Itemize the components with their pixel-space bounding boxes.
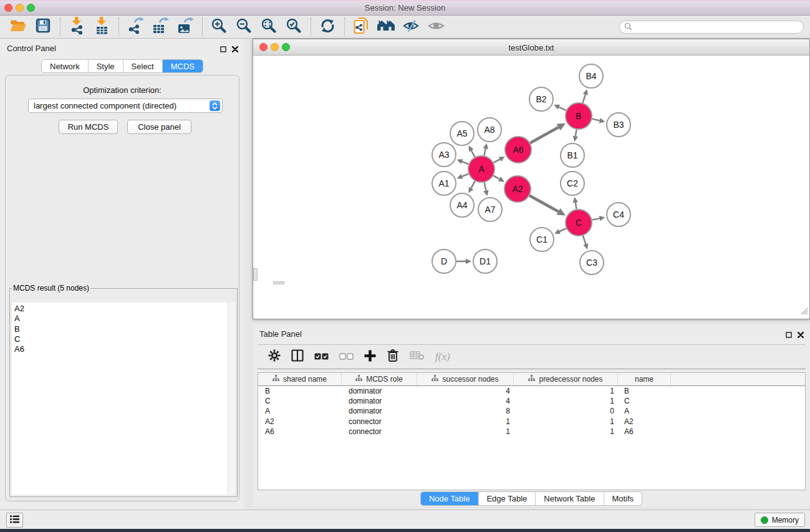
graph-node-D1[interactable]: D1 [473,249,497,273]
delete-column-button[interactable] [387,349,399,365]
graph-node-B[interactable]: B [566,103,592,129]
tab-network-table[interactable]: Network Table [535,492,603,505]
import-table-button[interactable] [91,17,112,37]
tab-network[interactable]: Network [42,60,88,72]
horizontal-splitter-handle[interactable] [273,281,284,284]
save-session-button[interactable] [32,17,54,37]
export-network-button[interactable] [125,17,146,37]
graph-edge-A-A1[interactable] [462,174,469,177]
graph-edge-A-A7[interactable] [485,183,486,191]
export-table-button[interactable] [150,17,171,37]
graph-edge-A-A5[interactable] [471,150,475,157]
graph-node-A3[interactable]: A3 [432,143,456,167]
zoom-in-button[interactable] [208,17,229,37]
column-header-successor-nodes[interactable]: successor nodes [417,373,514,385]
search-input[interactable] [635,23,803,32]
run-mcds-button[interactable]: Run MCDS [59,120,118,134]
network-canvas[interactable]: B4B2BB3A8A5A6B1A3AC2A1A2A4A7C4CC1C3DD1 [254,56,809,318]
graph-node-C1[interactable]: C1 [530,228,554,251]
list-item[interactable]: C [12,334,235,344]
graph-edge-B-B2[interactable] [559,107,566,110]
graph-edge-C-C3[interactable] [583,236,586,244]
graph-edge-C-C4[interactable] [592,218,600,220]
graph-node-C4[interactable]: C4 [607,203,630,226]
show-column-button[interactable] [291,349,304,364]
graph-node-C[interactable]: C [566,210,592,236]
close-panel-icon[interactable] [232,44,238,55]
table-row[interactable]: A6connector11A6 [258,427,805,437]
zoom-out-button[interactable] [233,17,254,37]
import-network-button[interactable] [66,17,87,37]
table-row[interactable]: Adominator80A [258,406,805,416]
network-window-titlebar[interactable]: testGlobe.txt [253,39,809,56]
select-all-button[interactable] [314,351,329,362]
list-item[interactable]: A6 [12,344,235,354]
show-hide-button[interactable] [425,17,446,37]
zoom-fit-button[interactable] [258,17,279,37]
column-header-predecessor-nodes[interactable]: predecessor nodes [514,373,618,385]
tab-edge-table[interactable]: Edge Table [478,492,535,505]
graph-node-B3[interactable]: B3 [607,113,630,137]
graph-edge-A-A3[interactable] [462,162,469,164]
tab-select[interactable]: Select [123,60,162,72]
graph-node-A1[interactable]: A1 [432,172,456,195]
close-panel-button[interactable]: Close panel [127,120,191,134]
graph-node-A[interactable]: A [468,156,494,182]
graph-edge-A6-B[interactable] [530,127,558,143]
column-header-name[interactable]: name [618,373,671,385]
criterion-select[interactable]: largest connected component (directed) [28,99,223,113]
open-session-button[interactable] [7,17,29,37]
tab-mcds[interactable]: MCDS [162,60,203,72]
table-settings-button[interactable] [268,349,281,364]
graph-node-A8[interactable]: A8 [478,118,501,142]
search-field[interactable] [619,21,804,34]
toggle-graphics-details-button[interactable] [400,17,422,37]
tab-motifs[interactable]: Motifs [603,492,642,505]
column-header-shared-name[interactable]: shared name [258,373,342,385]
tab-style[interactable]: Style [88,60,123,72]
list-item[interactable]: A2 [12,304,235,314]
graph-edge-A-A6[interactable] [493,159,499,162]
graph-edge-A-A8[interactable] [484,148,485,155]
graph-node-A6[interactable]: A6 [505,137,531,163]
list-item[interactable]: B [12,324,235,334]
graph-edge-C-C2[interactable] [576,203,577,210]
graph-edge-B-B3[interactable] [592,119,599,121]
memory-button[interactable]: Memory [755,513,805,527]
graph-node-B2[interactable]: B2 [529,87,553,111]
float-panel-icon[interactable] [220,44,226,55]
create-column-button[interactable] [364,350,376,364]
column-header-mcds-role[interactable]: MCDS role [342,373,417,385]
delete-table-button[interactable] [410,351,425,363]
graph-node-B4[interactable]: B4 [579,64,603,88]
home-layout-button[interactable] [375,17,397,37]
table-row[interactable]: Cdominator41C [258,396,805,406]
graph-node-A7[interactable]: A7 [478,198,502,221]
graph-node-A5[interactable]: A5 [450,122,474,145]
graph-node-A4[interactable]: A4 [450,193,474,217]
zoom-selected-button[interactable] [283,17,304,37]
close-panel-icon[interactable] [798,329,804,341]
export-image-button[interactable] [175,17,196,37]
graph-edge-B-B4[interactable] [583,95,586,103]
unselect-all-button[interactable] [339,351,354,362]
graph-node-C2[interactable]: C2 [561,172,584,195]
graph-edge-A2-C[interactable] [529,196,558,212]
graph-edge-C-C1[interactable] [559,228,566,231]
table-row[interactable]: Bdominator41B [258,386,805,396]
clone-network-button[interactable] [350,17,372,37]
graph-node-B1[interactable]: B1 [561,143,584,167]
graph-node-A2[interactable]: A2 [504,176,531,202]
result-scrollbar[interactable] [228,302,235,495]
float-panel-icon[interactable] [786,329,792,341]
tab-node-table[interactable]: Node Table [421,492,478,505]
graph-edge-A-A4[interactable] [471,181,475,188]
refresh-view-button[interactable] [317,17,338,37]
list-item[interactable]: A [12,314,235,324]
function-builder-button[interactable]: f(x) [435,351,450,363]
graph-edge-B-B1[interactable] [576,130,577,137]
table-row[interactable]: A2connector11A2 [258,417,805,427]
splitter-handle[interactable] [253,268,258,281]
graph-node-C3[interactable]: C3 [580,251,604,274]
task-history-button[interactable] [6,513,23,528]
